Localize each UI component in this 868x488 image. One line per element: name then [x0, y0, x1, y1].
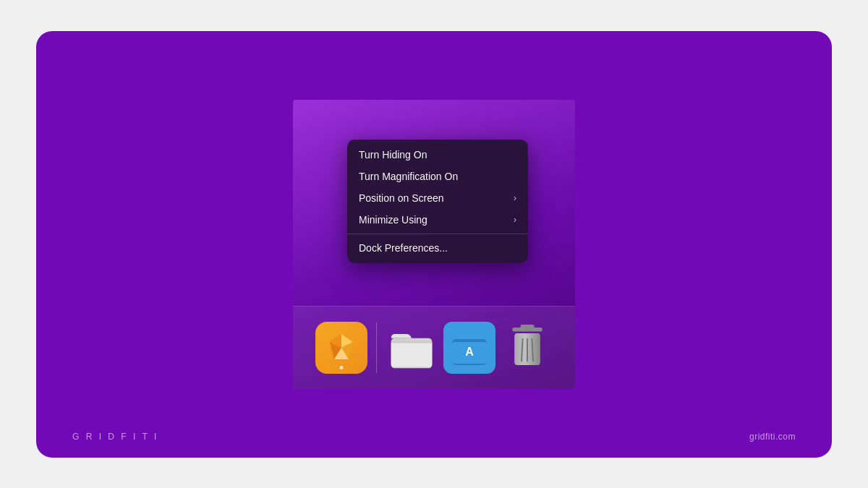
menu-separator [347, 234, 528, 234]
menu-item-label: Turn Magnification On [359, 171, 458, 182]
dock-icon-appstore-folder[interactable]: A [443, 322, 495, 374]
dock-icon-sketch[interactable] [315, 322, 367, 374]
context-menu: Turn Hiding On Turn Magnification On Pos… [347, 140, 528, 263]
watermark-right: gridfiti.com [749, 432, 796, 442]
sketch-logo-icon [326, 332, 357, 364]
menu-item-label: Position on Screen [359, 192, 444, 204]
menu-item-label: Dock Preferences... [359, 242, 448, 254]
menu-item-label: Turn Hiding On [359, 149, 427, 160]
screen-area: Turn Hiding On Turn Magnification On Pos… [293, 100, 575, 389]
menu-item-turn-magnification-on[interactable]: Turn Magnification On [347, 166, 528, 187]
menu-item-dock-preferences[interactable]: Dock Preferences... [347, 237, 528, 259]
svg-rect-7 [391, 341, 432, 367]
chevron-right-icon: › [514, 215, 516, 225]
watermark-left: G R I D F I T I [72, 432, 158, 442]
svg-text:A: A [465, 346, 474, 358]
folder-icon [387, 323, 436, 372]
dock-app-indicator [339, 366, 343, 369]
menu-item-label: Minimize Using [359, 214, 427, 226]
dock-icon-trash[interactable] [501, 322, 553, 374]
menu-item-position-on-screen[interactable]: Position on Screen › [347, 187, 528, 209]
dock-divider [376, 322, 377, 373]
outer-card: Turn Hiding On Turn Magnification On Pos… [36, 31, 832, 458]
svg-rect-8 [391, 341, 432, 343]
menu-item-turn-hiding-on[interactable]: Turn Hiding On [347, 144, 528, 166]
menu-item-minimize-using[interactable]: Minimize Using › [347, 209, 528, 231]
trash-icon [506, 322, 548, 374]
dock: A [293, 306, 575, 389]
dock-icon-folder[interactable] [386, 322, 438, 374]
appstore-icon: A [451, 329, 488, 367]
chevron-right-icon: › [514, 193, 516, 203]
svg-rect-13 [520, 325, 534, 329]
